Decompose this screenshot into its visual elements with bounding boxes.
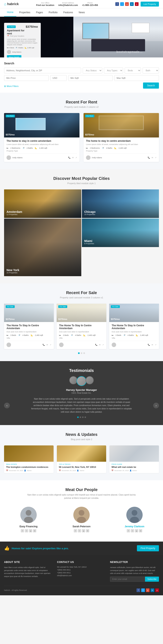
min-area-input[interactable]: [68, 75, 113, 81]
test-dot-3[interactable]: [82, 416, 84, 418]
test-dot-2[interactable]: [80, 416, 81, 418]
footer-address[interactable]: 56 Leonard St, New York, NY 10013: [57, 566, 106, 568]
footer-twitter-icon[interactable]: t: [141, 588, 145, 592]
sale-phone-2[interactable]: 📞: [95, 344, 98, 346]
twitter-icon[interactable]: t: [120, 2, 124, 6]
newsletter-subscribe-button[interactable]: Subscribe: [145, 576, 159, 582]
team-facebook-3[interactable]: f: [127, 529, 130, 532]
sale-share-1[interactable]: ↗: [50, 344, 51, 346]
test-dot-1[interactable]: [77, 416, 79, 418]
team-section: Meat Our People Nam liber a cum soluta n…: [0, 480, 163, 542]
bedrooms-select[interactable]: Beds: [125, 68, 141, 74]
sale-phone-3[interactable]: 📞: [148, 344, 150, 346]
hero-features: 🛏 4 Beds 🚿 4 Baths 📐 2,465 sqft: [7, 47, 38, 49]
testimonial-avatar-3[interactable]: [86, 376, 94, 384]
footer-facebook-icon[interactable]: f: [136, 588, 140, 592]
sale-share-3[interactable]: ↗: [155, 344, 156, 346]
status-select[interactable]: Any Status: [83, 68, 102, 74]
city-chicago[interactable]: Chicago 10 Properties: [82, 190, 159, 218]
email-action-2[interactable]: ✉: [152, 156, 153, 159]
share-action-2[interactable]: ↗: [155, 156, 156, 159]
share-action-1[interactable]: ↗: [76, 156, 77, 159]
sale-email-3[interactable]: ✉: [152, 344, 153, 346]
nav-portfolio[interactable]: Portfolio: [46, 8, 60, 16]
nav-pages[interactable]: Pages: [33, 8, 46, 16]
sale-property-grid: For Sale $375/mo The Home To Stay In Cen…: [4, 304, 159, 349]
city-amsterdam[interactable]: Amsterdam 12 Properties: [4, 190, 81, 218]
property-price-2: $375/mo: [85, 134, 94, 136]
more-details-button[interactable]: More Details: [7, 55, 22, 58]
team-google-3[interactable]: g: [135, 529, 138, 532]
search-button[interactable]: Search: [143, 82, 159, 88]
location-input[interactable]: [4, 68, 81, 73]
nav-home[interactable]: Home: [4, 8, 16, 16]
table-row: For Sale $375/mo The Home To Stay In Cen…: [4, 304, 54, 349]
footer-phone-2[interactable]: +(800) 555-0011: [57, 572, 106, 574]
nav-features[interactable]: Features: [60, 8, 76, 16]
test-dot-4[interactable]: [84, 416, 86, 418]
city-label-miami: Miami 8 Properties: [84, 239, 94, 244]
testimonial-prev-button[interactable]: ‹: [4, 403, 10, 408]
testimonial-next-button[interactable]: ›: [153, 403, 159, 408]
hero-agent: Andy Adams: [7, 50, 38, 54]
footer-email[interactable]: info@habrick.com: [57, 574, 106, 576]
team-linkedin-3[interactable]: in: [139, 529, 142, 532]
dot-1[interactable]: [78, 352, 80, 354]
team-linkedin-2[interactable]: in: [86, 529, 89, 532]
team-facebook-1[interactable]: f: [21, 529, 24, 532]
testimonial-avatar-2[interactable]: [76, 376, 86, 386]
news-article-title-2[interactable]: 56 Leonard St, New York, NY 10013: [57, 466, 106, 470]
min-price-input[interactable]: [4, 75, 49, 81]
property-footer-2: Andy Adams 📞 ✉ ↗: [86, 154, 156, 160]
sale-email-2[interactable]: ✉: [99, 344, 101, 346]
linkedin-icon[interactable]: in: [130, 2, 134, 6]
author-icon-3: 👤: [130, 470, 132, 472]
max-price-input[interactable]: [50, 75, 67, 81]
logo[interactable]: ⌂ habrick: [4, 2, 19, 6]
list-property-button[interactable]: List Property: [140, 2, 159, 6]
footer-linkedin-icon[interactable]: in: [150, 588, 154, 592]
type-select[interactable]: Any Types: [104, 68, 123, 74]
find-property-button[interactable]: Find Property: [137, 545, 159, 551]
team-facebook-2[interactable]: f: [74, 529, 77, 532]
testimonial-avatar-1[interactable]: [69, 376, 78, 384]
dot-2[interactable]: [81, 352, 82, 354]
city-miami[interactable]: Miami 8 Properties: [82, 218, 159, 247]
phone-action-1[interactable]: 📞: [68, 156, 70, 159]
news-article-title-1[interactable]: The lexington condominium residences: [4, 466, 54, 470]
dot-3[interactable]: [83, 352, 85, 354]
team-google-2[interactable]: g: [82, 529, 85, 532]
testimonial-text: Nam liber a cum soluta nobis eligendi op…: [30, 397, 132, 414]
nav-news[interactable]: News: [76, 8, 88, 16]
team-google-1[interactable]: g: [29, 529, 32, 532]
team-twitter-2[interactable]: t: [78, 529, 81, 532]
sale-beds-icon-3: 🛏: [112, 334, 114, 336]
pinterest-icon[interactable]: p: [135, 2, 138, 6]
city-newyork[interactable]: New York 15 Properties: [4, 218, 81, 276]
googleplus-icon[interactable]: g: [125, 2, 129, 6]
team-linkedin-1[interactable]: in: [33, 529, 36, 532]
testimonial-name: Harvey Specter Manager: [4, 388, 159, 392]
footer-pinterest-icon[interactable]: p: [155, 588, 159, 592]
sale-phone-1[interactable]: 📞: [42, 344, 45, 346]
list-item: PRICE GUIDE What will real estate be 📅 N…: [110, 446, 159, 473]
email-action-1[interactable]: ✉: [72, 156, 74, 159]
team-twitter-1[interactable]: t: [25, 529, 28, 532]
nav-properties[interactable]: Properties: [16, 8, 33, 16]
news-meta-2: 📅 November 29, 2015 👤 Admin: [57, 470, 106, 473]
sale-section: Recent For Sale Property card carousel m…: [0, 283, 163, 361]
team-avatar-2: [73, 507, 90, 523]
phone-action-2[interactable]: 📞: [148, 156, 150, 159]
footer-googleplus-icon[interactable]: g: [146, 588, 150, 592]
sale-email-1[interactable]: ✉: [46, 344, 48, 346]
footer-phone-1[interactable]: +(800) 555-0011: [57, 569, 106, 571]
newsletter-email-input[interactable]: [110, 576, 145, 582]
more-filters-link[interactable]: ⊞ More Filters: [4, 85, 18, 88]
sale-agent-container-1: [6, 342, 11, 347]
sale-share-2[interactable]: ↗: [102, 344, 104, 346]
max-area-input[interactable]: [114, 75, 159, 81]
news-article-title-3[interactable]: What will real estate be: [110, 466, 159, 470]
team-twitter-3[interactable]: t: [131, 529, 134, 532]
bathrooms-select[interactable]: Bath: [142, 68, 159, 74]
facebook-icon[interactable]: f: [115, 2, 119, 6]
